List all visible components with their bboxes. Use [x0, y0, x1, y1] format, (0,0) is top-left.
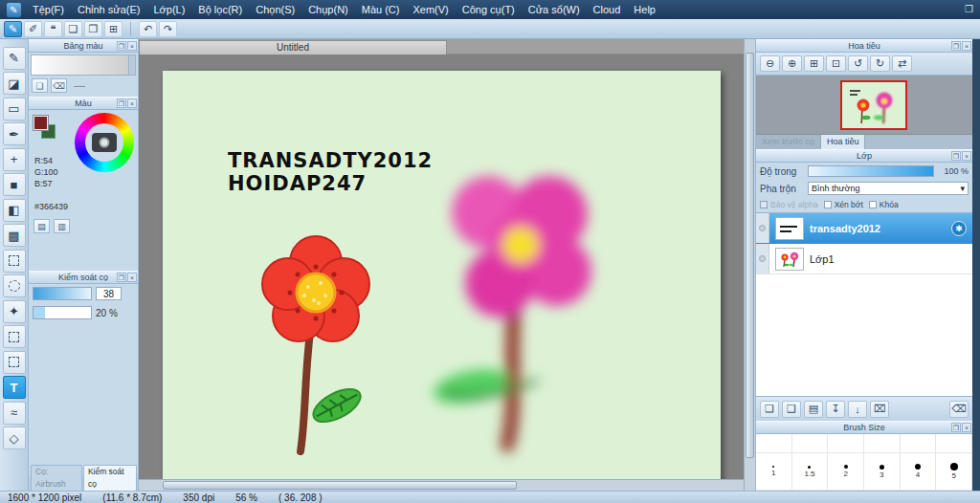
layer-visibility-cell[interactable] — [756, 244, 769, 273]
zoom-actual-icon[interactable]: ⊡ — [826, 55, 846, 72]
dock-icon[interactable]: ❐ — [951, 151, 961, 161]
rect-tool[interactable]: ▭ — [3, 98, 26, 120]
close-icon[interactable]: × — [962, 423, 971, 432]
grid-button[interactable]: ⊞ — [104, 21, 122, 37]
menu-item-window[interactable]: Cửa sổ(W) — [522, 0, 587, 19]
close-icon[interactable]: × — [127, 98, 137, 108]
close-icon[interactable]: × — [127, 41, 137, 51]
merge-down-icon[interactable]: ↓ — [848, 401, 867, 418]
swatch-grid-button-2[interactable]: ▥ — [54, 219, 70, 233]
canvas-viewport[interactable]: TRANSADTY2012 HOIDAP247 — [139, 55, 744, 479]
horizontal-scrollbar-thumb[interactable] — [163, 481, 517, 490]
menu-item-cloud[interactable]: Cloud — [587, 0, 628, 19]
magic-wand-tool[interactable]: ✦ — [3, 300, 26, 323]
vertical-scrollbar[interactable] — [744, 39, 755, 491]
dock-icon[interactable]: ❐ — [117, 98, 126, 108]
zoom-out-icon[interactable]: ⊖ — [760, 55, 780, 72]
brush-size-cell-3[interactable]: 3 — [864, 453, 901, 491]
pen-tool[interactable]: ✒ — [3, 122, 26, 145]
layer-row-lop1[interactable]: Lớp1 — [756, 244, 972, 274]
select-rect-tool[interactable] — [3, 250, 26, 273]
menu-item-capture[interactable]: Chụp(N) — [301, 0, 355, 19]
color-wheel[interactable] — [75, 113, 134, 172]
brush-size-slider[interactable] — [33, 287, 92, 300]
palette-gradient-swatch[interactable] — [31, 55, 136, 76]
layer-visibility-cell[interactable] — [756, 213, 769, 243]
doc-button-1[interactable]: ❏ — [64, 21, 82, 37]
brush-size-value[interactable]: 38 — [96, 287, 122, 300]
brush-size-cell-4[interactable]: 4 — [901, 453, 937, 491]
clipping-checkbox[interactable]: Xén bớt — [824, 200, 863, 209]
blend-mode-select[interactable]: Bình thường ▾ — [808, 182, 969, 195]
menu-item-help[interactable]: Help — [627, 0, 662, 19]
brush-size-cell[interactable] — [828, 434, 864, 453]
note-button[interactable]: ❝ — [44, 21, 62, 37]
dock-icon[interactable]: ❐ — [117, 273, 126, 282]
close-icon[interactable]: × — [127, 273, 137, 282]
opacity-slider[interactable] — [808, 165, 934, 177]
layer-row-transadty2012[interactable]: transadty2012 ✱ — [756, 213, 972, 244]
menu-item-view[interactable]: Xem(V) — [406, 0, 455, 19]
dock-icon[interactable]: ❐ — [117, 41, 126, 51]
foreground-color-swatch[interactable] — [33, 116, 48, 130]
navigator-thumbnail[interactable] — [840, 80, 907, 130]
lasso-tool[interactable] — [3, 274, 26, 297]
brush-size-cell-1-5[interactable]: 1.5 — [792, 453, 829, 491]
delete-layer-icon[interactable]: ⌫ — [949, 401, 969, 418]
pencil-tool[interactable]: ✎ — [3, 47, 26, 70]
new-folder-icon[interactable]: ▤ — [804, 401, 823, 418]
flip-icon[interactable]: ⇄ — [892, 55, 912, 72]
doc-button-2[interactable]: ❐ — [84, 21, 102, 37]
tab-brush-control[interactable]: Kiểm soát cọ — [83, 465, 137, 491]
document-tab[interactable]: Untitled — [139, 40, 447, 55]
menu-item-layer[interactable]: Lớp(L) — [146, 0, 191, 19]
menu-item-file[interactable]: Tệp(F) — [26, 0, 71, 19]
brush-size-cell[interactable] — [756, 434, 792, 453]
bucket-tool[interactable]: ◧ — [3, 199, 26, 222]
menu-item-filter[interactable]: Bộ lọc(R) — [191, 0, 249, 19]
rotate-cw-icon[interactable]: ↻ — [870, 55, 890, 72]
brush-opacity-slider[interactable] — [33, 306, 92, 319]
brush-mode-button[interactable]: ✎ — [4, 21, 22, 37]
redo-button[interactable]: ↷ — [159, 21, 177, 37]
vertical-scrollbar-thumb[interactable] — [746, 53, 754, 458]
window-control-icon[interactable]: ❐ — [965, 4, 973, 14]
swatch-grid-button-1[interactable]: ▤ — [33, 219, 50, 233]
lock-checkbox[interactable]: Khóa — [869, 200, 899, 209]
brush-size-cell-5[interactable]: 5 — [936, 453, 972, 491]
select-eraser-tool[interactable] — [3, 351, 26, 374]
tab-airbrush[interactable]: Cọ: Airbrush — [31, 465, 82, 491]
rotate-ccw-icon[interactable]: ↺ — [848, 55, 868, 72]
curve-tool[interactable]: ≈ — [3, 402, 26, 425]
select-pen-tool[interactable] — [3, 325, 26, 348]
gradient-tool[interactable]: ▩ — [3, 224, 26, 247]
new-layer-icon[interactable]: ❏ — [760, 401, 779, 418]
dock-icon[interactable]: ❐ — [951, 423, 961, 432]
horizontal-scrollbar[interactable] — [139, 479, 744, 491]
menu-item-tool[interactable]: Công cụ(T) — [456, 0, 522, 19]
gear-icon[interactable]: ✱ — [951, 221, 967, 236]
brush-size-cell-1[interactable]: 1 — [756, 453, 792, 491]
close-icon[interactable]: × — [962, 151, 971, 161]
brush-size-cell[interactable] — [792, 434, 829, 453]
brush-size-cell-2[interactable]: 2 — [828, 453, 864, 491]
shape-tool[interactable]: ■ — [3, 173, 26, 196]
palette-scrollbar[interactable] — [128, 55, 135, 75]
palette-delete-button[interactable]: ⌫ — [51, 78, 67, 93]
menu-item-select[interactable]: Chọn(S) — [249, 0, 301, 19]
clear-layer-icon[interactable]: ⌧ — [870, 401, 889, 418]
navigator-view[interactable] — [756, 76, 972, 135]
tab-brush-preview[interactable]: Xem trước cọ — [756, 135, 821, 149]
close-icon[interactable]: × — [962, 41, 971, 51]
preserve-alpha-checkbox[interactable]: Bảo vệ alpha — [760, 200, 818, 209]
menu-item-color[interactable]: Màu (C) — [355, 0, 407, 19]
text-tool[interactable]: T — [3, 376, 26, 399]
new-linework-layer-icon[interactable]: ❑ — [782, 401, 801, 418]
transfer-down-icon[interactable]: ↧ — [826, 401, 845, 418]
brush-size-cell[interactable] — [901, 434, 937, 453]
brush-size-cell[interactable] — [864, 434, 901, 453]
zoom-in-icon[interactable]: ⊕ — [782, 55, 802, 72]
palette-new-button[interactable]: ❏ — [32, 78, 48, 93]
eraser-tool[interactable]: ◪ — [3, 72, 26, 95]
pin-button[interactable]: ✐ — [24, 21, 42, 37]
